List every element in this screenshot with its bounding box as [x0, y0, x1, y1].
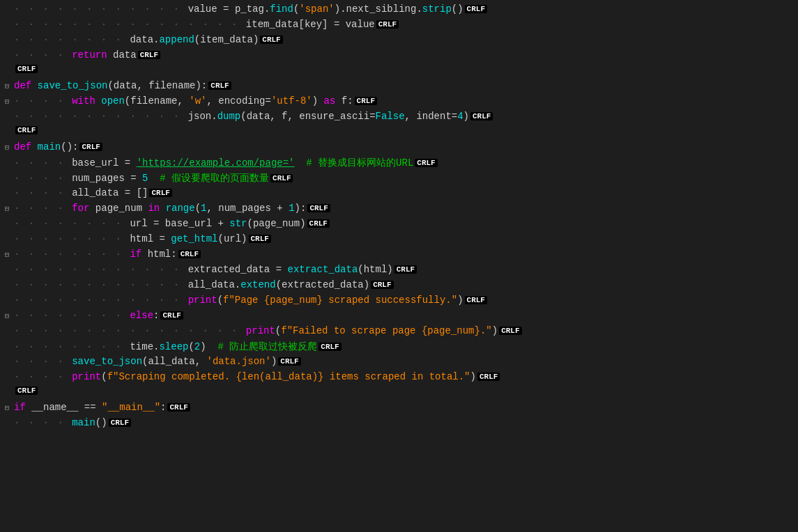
line-content: · · · · · · · · else:CRLF	[14, 310, 183, 321]
token-punc: ):	[295, 203, 307, 214]
token-crlf: CRLF	[371, 281, 393, 289]
token-crlf: CRLF	[465, 5, 487, 13]
line-content: def save_to_json(data, filename):CRLF	[14, 80, 231, 91]
token-punc: (	[358, 264, 363, 275]
token-punc: (	[125, 95, 130, 107]
code-line: CRLF	[0, 64, 798, 79]
indent-dots: · · · ·	[14, 417, 72, 428]
fold-gutter	[0, 111, 14, 112]
indent-dots: · · · ·	[14, 187, 72, 198]
line-content: · · · · · · · · html = get_html(url)CRLF	[14, 233, 271, 244]
token-fn: extract_data	[287, 264, 358, 275]
token-punc: :	[160, 402, 166, 413]
line-content: · · · · · · · · url = base_url + str(pag…	[14, 218, 330, 229]
line-content: · · · · save_to_json(all_data, 'data.jso…	[14, 356, 301, 367]
token-str: 'utf-8'	[271, 95, 312, 107]
line-content: · · · · · · · · · · · · value = p_tag.fi…	[14, 3, 487, 15]
indent-dots: · · · · · · · · · · · · · · · ·	[14, 325, 246, 336]
token-var: value	[346, 19, 375, 30]
token-op: =	[270, 264, 287, 275]
token-kw-print: print	[188, 295, 217, 306]
token-crlf: CRLF	[178, 250, 201, 258]
token-num: 2	[194, 341, 200, 352]
token-kw-if: if	[130, 249, 141, 260]
token-var: item_data	[246, 19, 299, 30]
token-punc: (	[101, 371, 107, 382]
token-kw-return: return	[72, 49, 107, 61]
code-line: · · · · · · · · html = get_html(url)CRLF	[0, 233, 798, 248]
fold-gutter	[0, 126, 14, 127]
token-crlf: CRLF	[376, 20, 399, 29]
token-var: time	[130, 341, 153, 352]
token-num: 5	[142, 173, 148, 184]
token-fn: append	[159, 34, 194, 45]
line-content: · · · · · · · · · · · · extracted_data =…	[14, 264, 417, 275]
token-var: data	[247, 111, 270, 122]
line-content: · · · · · · · · · · · · all_data.extend(…	[14, 279, 394, 290]
token-punc: ,	[207, 95, 219, 107]
token-crlf: CRLF	[208, 81, 231, 90]
token-op: =	[118, 157, 136, 169]
code-line: · · · · · · · · · · · · all_data.extend(…	[0, 279, 798, 294]
token-crlf: CRLF	[167, 403, 190, 412]
token-fn: extend	[240, 279, 275, 290]
token-str: 'w'	[189, 95, 206, 107]
code-line: ⊟def main():CRLF	[0, 141, 798, 156]
line-content: · · · · · · · · · · · · · · · · item_dat…	[14, 19, 399, 30]
token-op: =	[266, 95, 271, 107]
token-comment: # 防止爬取过快被反爬	[206, 341, 318, 353]
token-crlf: CRLF	[470, 112, 493, 120]
crlf-badge: CRLF	[15, 65, 38, 73]
token-var: value	[188, 3, 217, 15]
indent-dots: · · · · · · · · · · · ·	[14, 111, 188, 122]
fold-gutter[interactable]: ⊟	[0, 203, 14, 213]
token-var: data	[107, 49, 137, 61]
line-content: · · · · · · · · · · · · json.dump(data, …	[14, 111, 493, 122]
fold-gutter	[0, 157, 14, 158]
token-punc: (	[240, 111, 246, 122]
token-num: 1	[289, 203, 294, 214]
fold-gutter	[0, 187, 14, 189]
fold-gutter	[0, 386, 14, 388]
token-str: 'span'	[299, 3, 334, 15]
code-line: · · · · · · · · · · · · · · · · item_dat…	[0, 18, 798, 33]
token-punc: )	[463, 111, 469, 122]
token-op: =	[217, 3, 235, 15]
line-content: · · · · num_pages = 5 # 假设要爬取的页面数量CRLF	[14, 172, 293, 185]
indent-dots: · · · · · · · · · · · ·	[14, 295, 188, 306]
fold-gutter[interactable]: ⊟	[0, 249, 14, 259]
token-punc: (	[107, 80, 113, 91]
token-var: key	[305, 19, 322, 30]
token-op: =	[328, 19, 346, 30]
code-line: ⊟· · · · · · · · if html:CRLF	[0, 248, 798, 263]
fold-gutter[interactable]: ⊟	[0, 310, 14, 320]
token-punc: :	[153, 310, 159, 321]
token-punc: ,	[207, 203, 219, 214]
token-op: ==	[84, 402, 102, 413]
token-crlf: CRLF	[394, 265, 417, 274]
fold-gutter	[0, 19, 14, 20]
code-line: · · · · · · · · · · · · json.dump(data, …	[0, 110, 798, 125]
token-var: base_url	[165, 218, 212, 229]
code-line: ⊟def save_to_json(data, filename):CRLF	[0, 79, 798, 95]
indent-dots: · · · · · · · · · · · ·	[14, 264, 188, 275]
token-crlf: CRLF	[307, 219, 330, 228]
token-fn: main	[72, 417, 95, 428]
token-var: num_pages	[218, 203, 271, 214]
line-content: CRLF	[14, 386, 38, 395]
indent-dots: · · · · · · · ·	[14, 341, 130, 352]
fold-gutter[interactable]: ⊟	[0, 80, 14, 91]
token-crlf: CRLF	[270, 174, 293, 182]
fold-gutter[interactable]: ⊟	[0, 402, 14, 412]
token-var: html	[130, 233, 153, 244]
fold-gutter[interactable]: ⊟	[0, 95, 14, 106]
token-op: .	[153, 341, 159, 352]
token-punc: (	[188, 341, 194, 352]
token-punc: []	[137, 187, 148, 198]
fold-gutter[interactable]: ⊟	[0, 141, 14, 152]
token-punc: (	[142, 356, 148, 367]
token-op: .	[264, 3, 270, 15]
token-op: =	[153, 233, 171, 244]
crlf-badge: CRLF	[15, 126, 38, 134]
token-punc: (	[293, 3, 299, 15]
